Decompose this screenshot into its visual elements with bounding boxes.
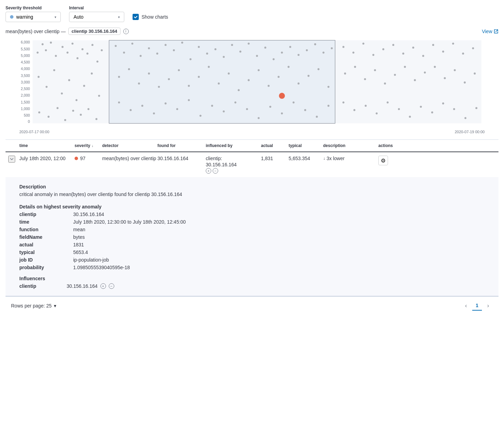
expand-cell — [8, 156, 19, 163]
scatter-dot — [156, 52, 158, 55]
next-page-button[interactable]: › — [483, 301, 493, 311]
detail-grid: clientip 30.156.16.164 time July 18th 20… — [19, 212, 485, 270]
scatter-dot — [45, 49, 47, 51]
scatter-dot — [387, 101, 389, 104]
scatter-dot — [434, 66, 436, 68]
scatter-dot — [234, 101, 236, 104]
detail-key-function: function — [19, 227, 68, 232]
table-row-wrapper: July 18th 2020, 12:00 97 mean(bytes) ove… — [6, 152, 498, 296]
scatter-dot — [384, 82, 386, 85]
current-page[interactable]: 1 — [472, 301, 482, 311]
x-axis-labels: 2020-07-17 00:00 2020-07-19 00:00 — [6, 128, 498, 134]
th-actions: actions — [378, 143, 406, 148]
detail-key-jobid: job ID — [19, 257, 68, 263]
detail-val-clientip: 30.156.16.164 — [73, 212, 485, 217]
scatter-dot — [308, 75, 310, 77]
scatter-dot — [50, 42, 52, 44]
th-influenced-by: influenced by — [206, 143, 261, 148]
rows-per-page[interactable]: Rows per page: 25 ▾ — [11, 303, 56, 309]
th-detector: detector — [102, 143, 157, 148]
y-label-6000: 6,000 — [21, 40, 30, 44]
scatter-dot — [173, 49, 175, 51]
scatter-dot — [55, 55, 57, 57]
show-charts-group: Show charts — [133, 12, 168, 22]
scatter-dot — [118, 101, 120, 104]
anomaly-dot — [279, 93, 285, 99]
scatter-dot — [414, 79, 416, 81]
description-text: critical anomaly in mean(bytes) over cli… — [19, 192, 485, 197]
scatter-dot — [316, 116, 318, 118]
scatter-dot — [130, 109, 132, 111]
time-cell: July 18th 2020, 12:00 — [19, 156, 75, 161]
th-found-for: found for — [157, 143, 206, 148]
scatter-dot — [158, 86, 160, 88]
scatter-dot — [464, 117, 466, 119]
scatter-dot — [72, 110, 74, 112]
down-arrow-icon: ↓ — [323, 156, 325, 161]
severity-value: warning — [16, 14, 33, 20]
th-description: description — [323, 143, 378, 148]
scatter-dot — [398, 108, 400, 110]
scatter-dot — [432, 44, 434, 46]
severity-dot — [10, 15, 13, 19]
scatter-dot — [409, 116, 411, 118]
add-influencer-icon[interactable]: + — [206, 168, 211, 174]
scatter-dot — [138, 82, 140, 85]
scatter-dot — [353, 109, 356, 111]
scatter-dot — [53, 69, 55, 71]
y-label-5500: 5,500 — [21, 47, 30, 51]
y-label-2000: 2,000 — [21, 93, 30, 97]
scatter-dot — [98, 95, 100, 97]
chart-header: mean(bytes) over clientip — clientip 30.… — [6, 28, 498, 35]
scatter-dot — [61, 92, 63, 95]
scatter-dot — [153, 113, 155, 115]
influencer-remove-icon[interactable]: − — [109, 283, 114, 289]
scatter-dot — [472, 47, 474, 49]
interval-group: Interval Auto ▾ — [69, 6, 124, 22]
scatter-dot — [422, 55, 424, 57]
remove-influencer-icon[interactable]: − — [213, 168, 218, 174]
scatter-dot — [269, 106, 271, 108]
scatter-dot — [80, 114, 82, 116]
y-label-4500: 4,500 — [21, 60, 30, 64]
influencer-add-icon[interactable]: + — [100, 283, 106, 289]
interval-value: Auto — [74, 14, 84, 20]
scatter-dot — [200, 115, 202, 117]
scatter-dot — [101, 49, 103, 51]
y-label-3500: 3,500 — [21, 74, 30, 78]
interval-dropdown[interactable]: Auto ▾ — [69, 12, 124, 22]
highest-severity-title: Details on highest severity anomaly — [19, 204, 485, 209]
severity-dropdown[interactable]: warning ▾ — [6, 12, 61, 22]
scatter-dot — [141, 105, 143, 107]
th-time: time — [19, 143, 75, 148]
expand-button[interactable] — [8, 156, 15, 163]
selection-box — [109, 40, 335, 124]
scatter-dot — [188, 85, 190, 87]
scatter-dot — [281, 51, 283, 53]
scatter-dot — [46, 86, 48, 88]
scatter-dot — [165, 44, 167, 46]
y-label-5000: 5,000 — [21, 53, 30, 58]
scatter-dot — [91, 44, 94, 46]
description-title: Description — [19, 184, 485, 189]
scatter-dot — [464, 81, 466, 84]
scatter-dot — [258, 69, 260, 71]
typical-cell: 5,653.354 — [289, 156, 323, 161]
actions-gear-button[interactable]: ⚙ — [378, 156, 388, 165]
scatter-dot — [64, 119, 66, 121]
scatter-dot — [314, 43, 316, 45]
scatter-dot — [306, 49, 308, 51]
scatter-dot — [264, 47, 266, 49]
show-charts-checkbox[interactable] — [133, 14, 139, 20]
scatter-dot — [231, 44, 233, 46]
view-link[interactable]: View — [482, 29, 498, 34]
chart-pill-text: clientip 30.156.16.164 — [71, 29, 117, 34]
scatter-dot — [454, 69, 456, 71]
scatter-dot — [268, 85, 270, 87]
severity-label: Severity threshold — [6, 6, 61, 10]
prev-page-button[interactable]: ‹ — [461, 301, 471, 311]
scatter-dot — [57, 107, 59, 109]
info-icon[interactable]: i — [123, 29, 129, 34]
scatter-dot — [442, 51, 444, 53]
checkmark-icon — [134, 15, 138, 19]
